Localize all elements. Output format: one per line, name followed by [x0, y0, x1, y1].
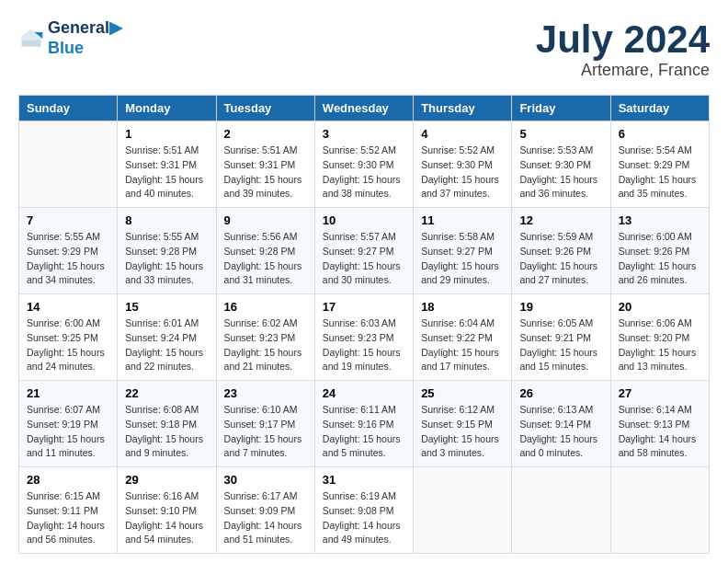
day-info: Sunrise: 6:04 AM Sunset: 9:22 PM Dayligh…	[421, 316, 504, 374]
day-cell: 27Sunrise: 6:14 AM Sunset: 9:13 PM Dayli…	[610, 381, 709, 467]
day-info: Sunrise: 5:58 AM Sunset: 9:27 PM Dayligh…	[421, 230, 504, 288]
day-number: 6	[619, 127, 701, 141]
day-info: Sunrise: 6:06 AM Sunset: 9:20 PM Dayligh…	[619, 316, 701, 374]
day-number: 14	[27, 300, 109, 314]
day-info: Sunrise: 6:01 AM Sunset: 9:24 PM Dayligh…	[125, 316, 208, 374]
day-number: 9	[224, 213, 307, 227]
day-number: 28	[27, 473, 109, 487]
header-day-monday: Monday	[118, 96, 216, 121]
day-cell: 25Sunrise: 6:12 AM Sunset: 9:15 PM Dayli…	[414, 381, 512, 467]
day-number: 8	[125, 213, 208, 227]
header-day-sunday: Sunday	[19, 96, 118, 121]
day-cell: 30Sunrise: 6:17 AM Sunset: 9:09 PM Dayli…	[216, 467, 314, 554]
day-info: Sunrise: 5:51 AM Sunset: 9:31 PM Dayligh…	[224, 144, 307, 201]
day-number: 5	[519, 127, 602, 141]
day-cell: 20Sunrise: 6:06 AM Sunset: 9:20 PM Dayli…	[610, 294, 709, 381]
day-info: Sunrise: 6:08 AM Sunset: 9:18 PM Dayligh…	[125, 403, 208, 461]
day-number: 21	[27, 386, 109, 400]
day-number: 16	[224, 300, 307, 314]
location: Artemare, France	[536, 61, 710, 80]
day-number: 30	[224, 473, 307, 487]
day-cell: 29Sunrise: 6:16 AM Sunset: 9:10 PM Dayli…	[118, 467, 216, 554]
day-cell	[610, 467, 709, 554]
day-cell: 3Sunrise: 5:52 AM Sunset: 9:30 PM Daylig…	[314, 121, 413, 208]
page-header: General▶ Blue July 2024 Artemare, France	[18, 18, 710, 80]
day-number: 31	[323, 473, 405, 487]
day-info: Sunrise: 6:13 AM Sunset: 9:14 PM Dayligh…	[519, 403, 602, 461]
day-number: 29	[125, 473, 208, 487]
logo-text-line2: Blue	[48, 39, 122, 59]
day-cell: 1Sunrise: 5:51 AM Sunset: 9:31 PM Daylig…	[118, 121, 216, 208]
day-number: 12	[519, 213, 602, 227]
day-info: Sunrise: 5:54 AM Sunset: 9:29 PM Dayligh…	[619, 144, 701, 201]
day-info: Sunrise: 6:05 AM Sunset: 9:21 PM Dayligh…	[519, 316, 602, 374]
day-info: Sunrise: 6:12 AM Sunset: 9:15 PM Dayligh…	[421, 403, 504, 461]
day-cell: 18Sunrise: 6:04 AM Sunset: 9:22 PM Dayli…	[414, 294, 512, 381]
day-info: Sunrise: 6:16 AM Sunset: 9:10 PM Dayligh…	[125, 489, 208, 547]
week-row-2: 7Sunrise: 5:55 AM Sunset: 9:29 PM Daylig…	[19, 208, 710, 294]
day-cell: 22Sunrise: 6:08 AM Sunset: 9:18 PM Dayli…	[118, 381, 216, 467]
day-cell: 11Sunrise: 5:58 AM Sunset: 9:27 PM Dayli…	[414, 208, 512, 294]
day-cell: 19Sunrise: 6:05 AM Sunset: 9:21 PM Dayli…	[512, 294, 610, 381]
day-number: 4	[421, 127, 504, 141]
day-number: 3	[323, 127, 405, 141]
day-info: Sunrise: 6:00 AM Sunset: 9:26 PM Dayligh…	[619, 230, 701, 288]
day-cell: 2Sunrise: 5:51 AM Sunset: 9:31 PM Daylig…	[216, 121, 314, 208]
header-day-friday: Friday	[512, 96, 610, 121]
day-cell: 4Sunrise: 5:52 AM Sunset: 9:30 PM Daylig…	[414, 121, 512, 208]
day-info: Sunrise: 5:55 AM Sunset: 9:28 PM Dayligh…	[125, 230, 208, 288]
week-row-1: 1Sunrise: 5:51 AM Sunset: 9:31 PM Daylig…	[19, 121, 710, 208]
svg-rect-2	[22, 40, 41, 46]
logo-icon	[18, 26, 44, 52]
calendar-table: SundayMondayTuesdayWednesdayThursdayFrid…	[18, 95, 710, 554]
day-cell: 5Sunrise: 5:53 AM Sunset: 9:30 PM Daylig…	[512, 121, 610, 208]
day-number: 24	[323, 386, 405, 400]
day-number: 20	[619, 300, 701, 314]
day-cell: 8Sunrise: 5:55 AM Sunset: 9:28 PM Daylig…	[118, 208, 216, 294]
day-cell: 17Sunrise: 6:03 AM Sunset: 9:23 PM Dayli…	[314, 294, 413, 381]
day-number: 7	[27, 213, 109, 227]
day-cell	[19, 121, 118, 208]
day-number: 26	[519, 386, 602, 400]
day-number: 19	[519, 300, 602, 314]
day-cell: 6Sunrise: 5:54 AM Sunset: 9:29 PM Daylig…	[610, 121, 709, 208]
day-number: 2	[224, 127, 307, 141]
day-info: Sunrise: 6:02 AM Sunset: 9:23 PM Dayligh…	[224, 316, 307, 374]
day-number: 23	[224, 386, 307, 400]
day-cell: 7Sunrise: 5:55 AM Sunset: 9:29 PM Daylig…	[19, 208, 118, 294]
day-cell: 10Sunrise: 5:57 AM Sunset: 9:27 PM Dayli…	[314, 208, 413, 294]
day-info: Sunrise: 5:57 AM Sunset: 9:27 PM Dayligh…	[323, 230, 405, 288]
day-cell: 15Sunrise: 6:01 AM Sunset: 9:24 PM Dayli…	[118, 294, 216, 381]
day-cell: 16Sunrise: 6:02 AM Sunset: 9:23 PM Dayli…	[216, 294, 314, 381]
day-info: Sunrise: 6:10 AM Sunset: 9:17 PM Dayligh…	[224, 403, 307, 461]
day-cell: 12Sunrise: 5:59 AM Sunset: 9:26 PM Dayli…	[512, 208, 610, 294]
day-cell: 23Sunrise: 6:10 AM Sunset: 9:17 PM Dayli…	[216, 381, 314, 467]
day-cell: 26Sunrise: 6:13 AM Sunset: 9:14 PM Dayli…	[512, 381, 610, 467]
day-number: 27	[619, 386, 701, 400]
day-info: Sunrise: 6:07 AM Sunset: 9:19 PM Dayligh…	[27, 403, 109, 461]
day-info: Sunrise: 5:52 AM Sunset: 9:30 PM Dayligh…	[323, 144, 405, 201]
day-cell: 14Sunrise: 6:00 AM Sunset: 9:25 PM Dayli…	[19, 294, 118, 381]
day-number: 18	[421, 300, 504, 314]
day-info: Sunrise: 6:15 AM Sunset: 9:11 PM Dayligh…	[27, 489, 109, 547]
day-number: 25	[421, 386, 504, 400]
day-info: Sunrise: 6:03 AM Sunset: 9:23 PM Dayligh…	[323, 316, 405, 374]
day-cell: 9Sunrise: 5:56 AM Sunset: 9:28 PM Daylig…	[216, 208, 314, 294]
day-cell: 21Sunrise: 6:07 AM Sunset: 9:19 PM Dayli…	[19, 381, 118, 467]
day-cell	[414, 467, 512, 554]
day-cell: 28Sunrise: 6:15 AM Sunset: 9:11 PM Dayli…	[19, 467, 118, 554]
header-day-wednesday: Wednesday	[314, 96, 413, 121]
week-row-3: 14Sunrise: 6:00 AM Sunset: 9:25 PM Dayli…	[19, 294, 710, 381]
month-title: July 2024	[536, 18, 710, 61]
header-day-tuesday: Tuesday	[216, 96, 314, 121]
day-cell: 31Sunrise: 6:19 AM Sunset: 9:08 PM Dayli…	[314, 467, 413, 554]
day-info: Sunrise: 6:14 AM Sunset: 9:13 PM Dayligh…	[619, 403, 701, 461]
day-number: 15	[125, 300, 208, 314]
day-info: Sunrise: 6:00 AM Sunset: 9:25 PM Dayligh…	[27, 316, 109, 374]
day-info: Sunrise: 6:19 AM Sunset: 9:08 PM Dayligh…	[323, 489, 405, 547]
header-day-thursday: Thursday	[414, 96, 512, 121]
day-cell: 13Sunrise: 6:00 AM Sunset: 9:26 PM Dayli…	[610, 208, 709, 294]
title-block: July 2024 Artemare, France	[536, 18, 710, 80]
day-cell: 24Sunrise: 6:11 AM Sunset: 9:16 PM Dayli…	[314, 381, 413, 467]
logo-text-line1: General▶	[48, 18, 122, 39]
